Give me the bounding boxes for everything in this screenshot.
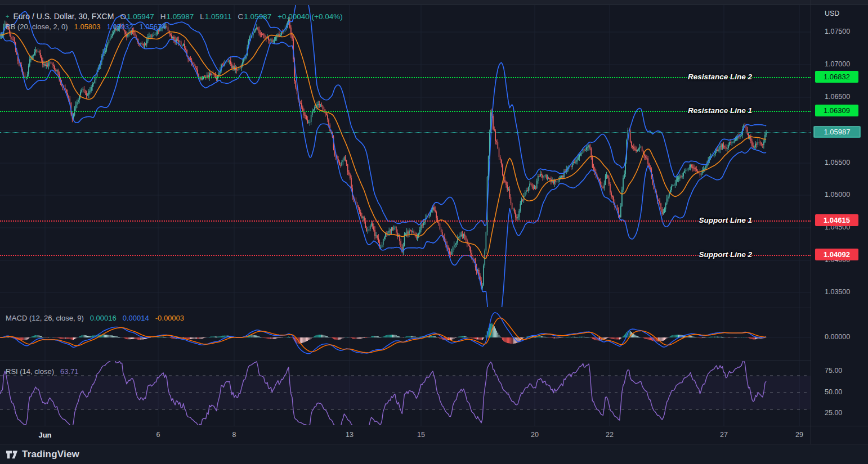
price-tick: 1.03500 bbox=[825, 288, 850, 296]
price-tick: 25.00 bbox=[825, 409, 842, 417]
time-label-20: 20 bbox=[531, 431, 539, 439]
currency-label: USD bbox=[825, 10, 839, 17]
time-label-6: 6 bbox=[156, 431, 160, 439]
high-value: H1.05987 bbox=[160, 12, 194, 21]
time-label-jun: Jun bbox=[38, 431, 51, 439]
last-price-tag: 1.05987 bbox=[813, 126, 861, 138]
time-label-8: 8 bbox=[232, 431, 236, 439]
change-value: +0.00040 (+0.04%) bbox=[278, 12, 343, 21]
macd-histogram-value: 0.00016 bbox=[90, 314, 117, 322]
time-axis[interactable]: Jun68131520222729 bbox=[0, 426, 868, 445]
resistance-line-1-label[interactable]: Resistance Line 1 bbox=[688, 105, 752, 116]
time-label-15: 15 bbox=[417, 431, 425, 439]
rsi-legend: RSI (14, close) 63.71 bbox=[6, 367, 79, 376]
support-line-2-label[interactable]: Support Line 2 bbox=[699, 249, 753, 260]
support-line-1-price-tag: 1.04615 bbox=[815, 214, 858, 226]
macd-signal-value: -0.00003 bbox=[155, 314, 184, 322]
price-tick: 75.00 bbox=[825, 367, 842, 375]
time-label-13: 13 bbox=[346, 431, 354, 439]
macd-title[interactable]: MACD (12, 26, close, 9) bbox=[6, 314, 84, 322]
price-tick: 1.06500 bbox=[825, 93, 850, 101]
legend-marker-icon: + bbox=[6, 13, 9, 20]
price-tick: 0.00000 bbox=[825, 333, 850, 341]
bb-lower-value: 1.05674 bbox=[140, 22, 166, 31]
symbol-title[interactable]: Euro / U.S. Dollar, 30, FXCM bbox=[13, 12, 114, 21]
toolbar-strip bbox=[0, 0, 868, 5]
tradingview-chart-window: Resistance Line 2Resistance Line 1Suppor… bbox=[0, 0, 868, 464]
price-axis[interactable]: USD 1.075001.070001.065001.055001.050001… bbox=[811, 0, 868, 444]
resistance-line-2-price-tag: 1.06832 bbox=[815, 71, 858, 83]
resistance-line-2-label[interactable]: Resistance Line 2 bbox=[688, 71, 752, 83]
resistance-line-1-price-tag: 1.06309 bbox=[815, 105, 858, 116]
low-value: L1.05911 bbox=[200, 12, 231, 21]
price-tick: 1.07500 bbox=[825, 28, 850, 35]
close-value: C1.05987 bbox=[238, 12, 272, 21]
time-label-22: 22 bbox=[606, 431, 614, 439]
macd-line-value: 0.00014 bbox=[123, 314, 149, 322]
symbol-legend: + Euro / U.S. Dollar, 30, FXCM O1.05947 … bbox=[6, 12, 343, 21]
open-value: O1.05947 bbox=[120, 12, 154, 21]
price-chart-canvas[interactable] bbox=[0, 0, 811, 426]
footer-bar: TradingView bbox=[0, 444, 868, 464]
tradingview-logo-icon[interactable] bbox=[6, 448, 18, 461]
bb-title[interactable]: BB (20, close, 2, 0) bbox=[6, 22, 68, 31]
rsi-value: 63.71 bbox=[60, 367, 79, 376]
price-tick: 1.05000 bbox=[825, 191, 850, 199]
support-line-2[interactable] bbox=[0, 255, 811, 256]
bb-basis-value: 1.05803 bbox=[74, 22, 101, 31]
bb-upper-value: 1.05932 bbox=[107, 22, 133, 31]
support-line-1-label[interactable]: Support Line 1 bbox=[699, 215, 753, 226]
rsi-title[interactable]: RSI (14, close) bbox=[6, 367, 54, 376]
brand-name[interactable]: TradingView bbox=[22, 449, 79, 460]
last-price-line bbox=[0, 132, 811, 133]
time-label-29: 29 bbox=[795, 431, 803, 439]
support-line-2-price-tag: 1.04092 bbox=[815, 249, 858, 260]
bb-legend: BB (20, close, 2, 0) 1.05803 1.05932 1.0… bbox=[6, 22, 166, 31]
time-label-27: 27 bbox=[720, 431, 728, 439]
price-tick: 1.07000 bbox=[825, 60, 850, 68]
support-line-1[interactable] bbox=[0, 220, 811, 222]
price-tick: 50.00 bbox=[825, 388, 842, 396]
macd-legend: MACD (12, 26, close, 9) 0.00016 0.00014 … bbox=[6, 314, 184, 322]
price-tick: 1.05500 bbox=[825, 159, 850, 166]
